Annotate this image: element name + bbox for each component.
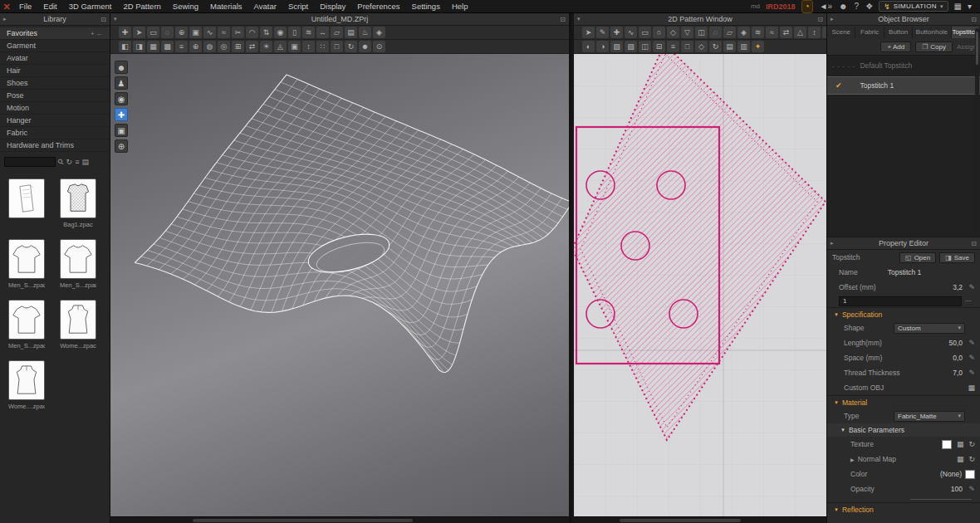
object-row-topstitch-1[interactable]: ✔Topstitch 1 <box>827 76 980 95</box>
normal-map-refresh-icon[interactable]: ↻ <box>968 455 975 463</box>
specification-section-header[interactable]: ▼ Specification <box>827 307 980 320</box>
show-hatch-icon[interactable]: ▨ <box>610 41 623 52</box>
library-search-input[interactable] <box>4 157 56 167</box>
transform-pattern-icon[interactable]: ➤ <box>582 27 595 38</box>
show-avatar-icon[interactable]: ☻ <box>115 61 128 74</box>
reflection-section-header[interactable]: ▼ Reflection <box>827 502 980 516</box>
strain-map-icon[interactable]: ◍ <box>203 41 216 52</box>
fit-view-icon[interactable]: ↕ <box>302 41 315 52</box>
snapshot-icon[interactable]: ▣ <box>288 41 301 52</box>
zipper-tool-icon[interactable]: ⇅ <box>260 27 272 38</box>
hide-pattern-icon[interactable]: ⊟ <box>653 41 665 52</box>
show-grid-2d-icon[interactable]: ▤ <box>723 41 736 52</box>
flatten-tool-icon[interactable]: ▤ <box>345 27 357 38</box>
scrollbar-thumb[interactable] <box>976 32 978 65</box>
show-texture-2d-icon[interactable]: ▧ <box>625 41 637 52</box>
material-section-header[interactable]: ▼ Material <box>827 395 980 408</box>
library-card[interactable] <box>8 178 45 229</box>
bounding-box-icon[interactable]: □ <box>331 41 343 52</box>
fold-arrangement-icon[interactable]: ◠ <box>246 27 258 38</box>
detach-sewing-icon[interactable]: ✂ <box>232 27 244 38</box>
window-menu-icon[interactable]: ▾ <box>114 16 117 22</box>
arrangement-points-side-icon[interactable]: ◉ <box>115 92 128 105</box>
viewport-3d-canvas[interactable]: ☻♟◉✚▣⊕ <box>110 54 569 516</box>
library-category-shoes[interactable]: Shoes <box>0 77 110 90</box>
gizmo-move-icon[interactable]: ✚ <box>119 27 131 38</box>
texture-refresh-icon[interactable]: ↻ <box>968 440 975 448</box>
arrangement-points-icon[interactable]: ∷ <box>316 41 329 52</box>
show-pattern-names-icon[interactable]: □ <box>681 41 693 52</box>
rectangle-tool-icon[interactable]: ▭ <box>639 27 651 38</box>
library-card[interactable]: Wome....zpac <box>8 360 45 411</box>
wireframe-view-icon[interactable]: ▦ <box>147 41 159 52</box>
edit-pencil-icon[interactable]: ✎ <box>966 354 975 362</box>
menu-item-avatar[interactable]: Avatar <box>248 0 282 13</box>
tape-tool-icon[interactable]: ▱ <box>331 27 343 38</box>
pin-tool-icon[interactable]: ⊕ <box>175 27 188 38</box>
colorway-icon[interactable]: ✦ <box>752 41 764 52</box>
seam-allowance-icon[interactable]: ▱ <box>723 27 736 38</box>
menu-item-edit[interactable]: Edit <box>37 0 62 13</box>
library-card[interactable]: Bag1.zpac <box>60 178 96 229</box>
layout-grid-icon[interactable]: ▦ <box>954 1 962 12</box>
library-card[interactable]: Men_S...zpac <box>8 300 45 350</box>
menu-item-settings[interactable]: Settings <box>406 0 446 13</box>
select-tool-icon[interactable]: ➤ <box>133 27 145 38</box>
edit-curvature-icon[interactable]: ∿ <box>625 27 637 38</box>
dart-tool-icon[interactable]: ▽ <box>681 27 693 38</box>
app-logo-icon[interactable]: ✕ <box>0 0 13 13</box>
favorites-actions-icons[interactable]: + ← <box>91 30 103 37</box>
simulation-mode-select[interactable]: ↯ SIMULATION ▾ <box>879 1 948 12</box>
pose-tool-icon[interactable]: ⊕ <box>115 139 128 153</box>
history-clock-icon[interactable]: ◔ <box>801 0 813 13</box>
panel-menu-icon[interactable]: ▸ <box>831 16 834 22</box>
edit-pencil-icon[interactable]: ✎ <box>966 485 975 493</box>
menu-item-help[interactable]: Help <box>446 0 474 13</box>
show-seamlines-icon[interactable]: ≡ <box>175 41 188 52</box>
library-category-hardware-and-trims[interactable]: Hardware and Trims <box>0 139 110 152</box>
library-category-garment[interactable]: Garment <box>0 40 110 52</box>
custom-obj-picker-icon[interactable]: ▦ <box>968 384 975 392</box>
menu-item-sewing[interactable]: Sewing <box>167 0 204 13</box>
volume-icon[interactable]: ◄» <box>820 1 832 12</box>
color-swatch[interactable] <box>965 470 975 479</box>
show-grid-icon[interactable]: ⊞ <box>232 41 244 52</box>
light-toggle-icon[interactable]: ☀ <box>260 41 272 52</box>
button-tool-icon[interactable]: ◉ <box>274 27 287 38</box>
avatar-size-icon[interactable]: ♟ <box>115 76 128 90</box>
horizontal-scrollbar-2d[interactable] <box>574 516 826 523</box>
shaded-view-icon[interactable]: ◧ <box>119 41 131 52</box>
trace-tool-icon[interactable]: ◈ <box>737 27 750 38</box>
menu-item-preferences[interactable]: Preferences <box>351 0 405 13</box>
help-icon[interactable]: ? <box>855 1 860 12</box>
library-card[interactable]: Men_S...zpac <box>60 239 96 290</box>
menu-item-materials[interactable]: Materials <box>204 0 248 13</box>
detach-panel-icon[interactable]: ⊡ <box>100 16 106 23</box>
horizontal-scrollbar-3d[interactable] <box>110 516 569 523</box>
opacity-slider-track[interactable] <box>910 499 972 500</box>
scrollbar-thumb[interactable] <box>193 519 413 522</box>
menu-item-2d-pattern[interactable]: 2D Pattern <box>117 0 166 13</box>
detach-panel-icon[interactable]: ⊡ <box>971 16 977 23</box>
show-points-icon[interactable]: ◇ <box>695 41 708 52</box>
show-sewing-icon[interactable]: ⇄ <box>780 27 792 38</box>
library-card[interactable]: Wome...zpac <box>60 300 96 350</box>
texture-browse-icon[interactable]: ▦ <box>957 440 964 448</box>
camera-view-icon[interactable]: ◬ <box>274 41 287 52</box>
offset-slider-track[interactable] <box>965 301 972 301</box>
refresh-icon[interactable]: ↻ <box>66 157 73 167</box>
morph-tool-icon[interactable]: ◈ <box>373 27 385 38</box>
edit-pencil-icon[interactable]: ✎ <box>966 339 975 347</box>
layout-chevron-icon[interactable]: ▾ <box>968 1 972 12</box>
assign-button[interactable]: Assign <box>957 43 977 51</box>
add-point-icon[interactable]: ✚ <box>610 27 623 38</box>
textured-view-icon[interactable]: ◨ <box>133 41 145 52</box>
segment-sewing-icon[interactable]: ∿ <box>203 27 216 38</box>
user-account-icon[interactable]: ☻ <box>839 1 848 12</box>
panel-menu-icon[interactable]: ▸ <box>3 16 7 22</box>
steam-tool-icon[interactable]: ♨ <box>359 27 371 38</box>
pattern-2d-canvas[interactable] <box>574 54 826 516</box>
pin-box-icon[interactable]: ▣ <box>189 27 202 38</box>
grainline-tool-icon[interactable]: ↕ <box>808 27 821 38</box>
library-category-favorites[interactable]: Favorites+ ← <box>0 27 110 40</box>
